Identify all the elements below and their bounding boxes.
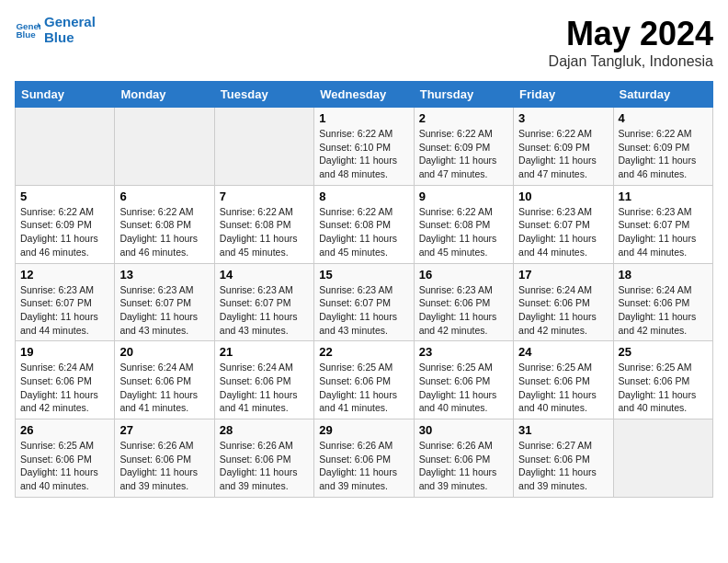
calendar-week-3: 19Sunrise: 6:24 AM Sunset: 6:06 PM Dayli…: [16, 341, 713, 419]
calendar-cell: 10Sunrise: 6:23 AM Sunset: 6:07 PM Dayli…: [514, 185, 613, 263]
day-info: Sunrise: 6:22 AM Sunset: 6:08 PM Dayligh…: [119, 205, 209, 259]
day-info: Sunrise: 6:26 AM Sunset: 6:06 PM Dayligh…: [220, 439, 309, 493]
calendar-cell: 9Sunrise: 6:22 AM Sunset: 6:08 PM Daylig…: [414, 185, 513, 263]
calendar-cell: 29Sunrise: 6:26 AM Sunset: 6:06 PM Dayli…: [314, 419, 414, 498]
day-info: Sunrise: 6:24 AM Sunset: 6:06 PM Dayligh…: [619, 283, 708, 338]
title-block: May 2024 Dajan Tangluk, Indonesia: [549, 15, 713, 70]
calendar-cell: 3Sunrise: 6:22 AM Sunset: 6:09 PM Daylig…: [514, 108, 613, 186]
day-info: Sunrise: 6:25 AM Sunset: 6:06 PM Dayligh…: [20, 439, 109, 493]
day-number: 21: [220, 345, 309, 359]
header: General Blue General Blue May 2024 Dajan…: [15, 15, 713, 70]
day-header-monday: Monday: [115, 82, 214, 108]
calendar-cell: 2Sunrise: 6:22 AM Sunset: 6:09 PM Daylig…: [414, 108, 513, 186]
day-info: Sunrise: 6:25 AM Sunset: 6:06 PM Dayligh…: [619, 361, 708, 415]
day-header-wednesday: Wednesday: [314, 82, 414, 108]
day-info: Sunrise: 6:26 AM Sunset: 6:06 PM Dayligh…: [319, 439, 408, 493]
day-number: 8: [319, 190, 408, 203]
day-number: 28: [220, 423, 309, 437]
calendar-cell: 15Sunrise: 6:23 AM Sunset: 6:07 PM Dayli…: [314, 263, 414, 341]
day-number: 3: [518, 111, 608, 125]
day-number: 2: [419, 111, 508, 125]
calendar-cell: 16Sunrise: 6:23 AM Sunset: 6:06 PM Dayli…: [414, 263, 513, 341]
day-info: Sunrise: 6:25 AM Sunset: 6:06 PM Dayligh…: [518, 361, 608, 415]
day-number: 7: [220, 190, 309, 203]
calendar-cell: 31Sunrise: 6:27 AM Sunset: 6:06 PM Dayli…: [514, 419, 613, 498]
calendar-cell: 14Sunrise: 6:23 AM Sunset: 6:07 PM Dayli…: [214, 263, 313, 341]
calendar-cell: 4Sunrise: 6:22 AM Sunset: 6:09 PM Daylig…: [613, 108, 712, 186]
day-info: Sunrise: 6:23 AM Sunset: 6:07 PM Dayligh…: [518, 205, 608, 259]
calendar-cell: 24Sunrise: 6:25 AM Sunset: 6:06 PM Dayli…: [514, 341, 613, 419]
day-header-friday: Friday: [514, 82, 613, 108]
logo: General Blue General Blue: [15, 15, 96, 45]
day-number: 20: [119, 345, 209, 359]
calendar-cell: 7Sunrise: 6:22 AM Sunset: 6:08 PM Daylig…: [214, 185, 313, 263]
calendar-cell: 13Sunrise: 6:23 AM Sunset: 6:07 PM Dayli…: [115, 263, 214, 341]
calendar-cell: 28Sunrise: 6:26 AM Sunset: 6:06 PM Dayli…: [214, 419, 313, 498]
day-info: Sunrise: 6:25 AM Sunset: 6:06 PM Dayligh…: [419, 361, 508, 415]
day-number: 11: [619, 190, 708, 203]
day-number: 27: [119, 423, 209, 437]
day-number: 15: [319, 268, 408, 282]
day-number: 24: [518, 345, 608, 359]
day-info: Sunrise: 6:26 AM Sunset: 6:06 PM Dayligh…: [119, 439, 209, 493]
day-info: Sunrise: 6:23 AM Sunset: 6:06 PM Dayligh…: [419, 283, 508, 338]
day-number: 12: [20, 268, 109, 282]
day-number: 9: [419, 190, 508, 203]
subtitle: Dajan Tangluk, Indonesia: [549, 53, 713, 70]
day-number: 22: [319, 345, 408, 359]
day-info: Sunrise: 6:22 AM Sunset: 6:08 PM Dayligh…: [220, 205, 309, 259]
calendar-cell: 8Sunrise: 6:22 AM Sunset: 6:08 PM Daylig…: [314, 185, 414, 263]
day-header-sunday: Sunday: [16, 82, 115, 108]
calendar-week-0: 1Sunrise: 6:22 AM Sunset: 6:10 PM Daylig…: [16, 108, 713, 186]
day-header-saturday: Saturday: [613, 82, 712, 108]
day-info: Sunrise: 6:23 AM Sunset: 6:07 PM Dayligh…: [119, 283, 209, 338]
calendar-cell: 5Sunrise: 6:22 AM Sunset: 6:09 PM Daylig…: [16, 185, 115, 263]
day-number: 4: [619, 111, 708, 125]
day-number: 23: [419, 345, 508, 359]
day-header-tuesday: Tuesday: [214, 82, 313, 108]
calendar-cell: 20Sunrise: 6:24 AM Sunset: 6:06 PM Dayli…: [115, 341, 214, 419]
calendar-cell: 12Sunrise: 6:23 AM Sunset: 6:07 PM Dayli…: [16, 263, 115, 341]
logo-line2: Blue: [44, 30, 96, 46]
day-number: 1: [319, 111, 408, 125]
day-number: 5: [20, 190, 109, 203]
calendar-cell: 26Sunrise: 6:25 AM Sunset: 6:06 PM Dayli…: [16, 419, 115, 498]
day-info: Sunrise: 6:23 AM Sunset: 6:07 PM Dayligh…: [319, 283, 408, 338]
calendar-cell: 25Sunrise: 6:25 AM Sunset: 6:06 PM Dayli…: [613, 341, 712, 419]
calendar-cell: 11Sunrise: 6:23 AM Sunset: 6:07 PM Dayli…: [613, 185, 712, 263]
calendar-header-row: SundayMondayTuesdayWednesdayThursdayFrid…: [16, 82, 713, 108]
logo-line1: General: [44, 15, 96, 30]
calendar-cell: [115, 108, 214, 186]
day-number: 29: [319, 423, 408, 437]
day-number: 17: [518, 268, 608, 282]
calendar-cell: [16, 108, 115, 186]
day-info: Sunrise: 6:22 AM Sunset: 6:09 PM Dayligh…: [619, 127, 708, 181]
day-info: Sunrise: 6:22 AM Sunset: 6:09 PM Dayligh…: [419, 127, 508, 181]
day-number: 19: [20, 345, 109, 359]
day-info: Sunrise: 6:24 AM Sunset: 6:06 PM Dayligh…: [220, 361, 309, 415]
calendar-cell: 23Sunrise: 6:25 AM Sunset: 6:06 PM Dayli…: [414, 341, 513, 419]
day-number: 25: [619, 345, 708, 359]
calendar-cell: 18Sunrise: 6:24 AM Sunset: 6:06 PM Dayli…: [613, 263, 712, 341]
day-number: 30: [419, 423, 508, 437]
day-header-thursday: Thursday: [414, 82, 513, 108]
calendar-cell: 6Sunrise: 6:22 AM Sunset: 6:08 PM Daylig…: [115, 185, 214, 263]
day-number: 16: [419, 268, 508, 282]
calendar-table: SundayMondayTuesdayWednesdayThursdayFrid…: [15, 81, 713, 498]
day-info: Sunrise: 6:27 AM Sunset: 6:06 PM Dayligh…: [518, 439, 608, 493]
day-info: Sunrise: 6:22 AM Sunset: 6:09 PM Dayligh…: [20, 205, 109, 259]
calendar-cell: 17Sunrise: 6:24 AM Sunset: 6:06 PM Dayli…: [514, 263, 613, 341]
calendar-cell: 21Sunrise: 6:24 AM Sunset: 6:06 PM Dayli…: [214, 341, 313, 419]
calendar-cell: 1Sunrise: 6:22 AM Sunset: 6:10 PM Daylig…: [314, 108, 414, 186]
calendar-cell: 30Sunrise: 6:26 AM Sunset: 6:06 PM Dayli…: [414, 419, 513, 498]
calendar-week-2: 12Sunrise: 6:23 AM Sunset: 6:07 PM Dayli…: [16, 263, 713, 341]
day-number: 6: [119, 190, 209, 203]
day-info: Sunrise: 6:24 AM Sunset: 6:06 PM Dayligh…: [518, 283, 608, 338]
day-info: Sunrise: 6:26 AM Sunset: 6:06 PM Dayligh…: [419, 439, 508, 493]
calendar-cell: 19Sunrise: 6:24 AM Sunset: 6:06 PM Dayli…: [16, 341, 115, 419]
day-number: 18: [619, 268, 708, 282]
calendar-cell: 27Sunrise: 6:26 AM Sunset: 6:06 PM Dayli…: [115, 419, 214, 498]
day-number: 14: [220, 268, 309, 282]
calendar-week-1: 5Sunrise: 6:22 AM Sunset: 6:09 PM Daylig…: [16, 185, 713, 263]
calendar-body: 1Sunrise: 6:22 AM Sunset: 6:10 PM Daylig…: [16, 108, 713, 498]
